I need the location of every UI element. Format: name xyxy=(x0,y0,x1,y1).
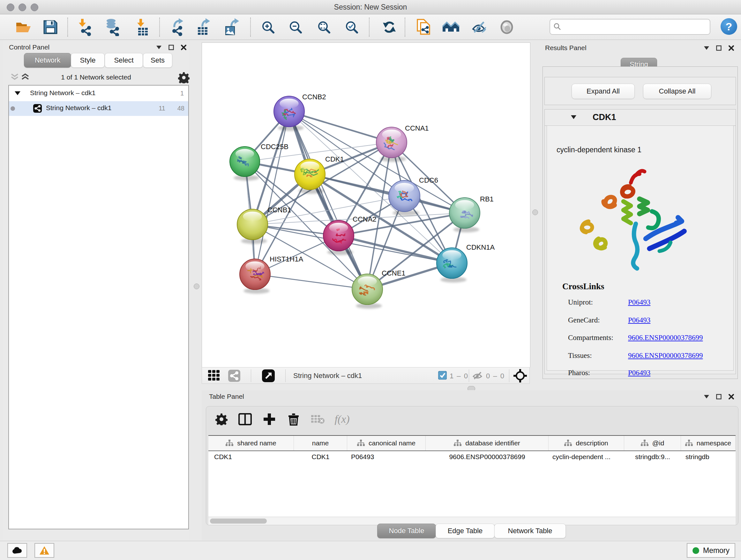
network-label: String Network – cdk1 xyxy=(46,104,111,112)
tab-sets[interactable]: Sets xyxy=(143,53,172,68)
scrollbar-thumb[interactable] xyxy=(210,518,267,523)
table-options-gear-icon[interactable] xyxy=(214,412,228,426)
column-header[interactable]: description xyxy=(549,436,624,450)
cloud-icon xyxy=(12,547,23,554)
show-lens-icon[interactable] xyxy=(498,18,516,36)
column-header[interactable]: name xyxy=(294,436,347,450)
tab-style[interactable]: Style xyxy=(71,53,105,68)
cell-description[interactable]: cyclin-dependent ... xyxy=(549,451,624,462)
zoom-selected-icon[interactable] xyxy=(343,18,360,36)
crosslink-link[interactable]: P06493 xyxy=(628,369,650,377)
crosslink-link[interactable]: P06493 xyxy=(628,298,650,307)
cell-shared-name[interactable]: CDK1 xyxy=(208,451,294,462)
network-node-CCNB1[interactable]: CCNB1 xyxy=(237,206,291,244)
panel-close-icon[interactable] xyxy=(729,45,734,51)
cell-namespace[interactable]: stringdb xyxy=(681,451,736,462)
panel-close-icon[interactable] xyxy=(729,394,734,399)
warning-button[interactable] xyxy=(35,543,54,558)
panel-maximize-icon[interactable] xyxy=(169,45,174,50)
export-image-icon[interactable] xyxy=(222,18,240,36)
network-graph[interactable]: CCNB2CCNA1CDC25BCDK1CDC6RB1CCNB1CCNA2CDK… xyxy=(202,43,530,368)
cell-name[interactable]: CDK1 xyxy=(294,451,347,462)
crosslink-label: Compartments: xyxy=(568,334,613,342)
column-header[interactable]: @id xyxy=(624,436,681,450)
table-row[interactable]: CDK1 CDK1 P06493 9606.ENSP00000378699 cy… xyxy=(208,451,736,462)
network-node-CDC25B[interactable]: CDC25B xyxy=(230,143,288,181)
memory-button[interactable]: Memory xyxy=(687,543,735,558)
homes-icon[interactable] xyxy=(442,18,460,36)
selected-checkbox-icon[interactable] xyxy=(438,371,447,381)
cell-database-identifier[interactable]: 9606.ENSP00000378699 xyxy=(426,451,549,462)
add-column-icon[interactable] xyxy=(262,412,276,426)
search-input[interactable] xyxy=(549,19,711,35)
open-session-icon[interactable] xyxy=(14,18,32,36)
panel-float-icon[interactable] xyxy=(704,395,709,398)
delete-column-trash-icon[interactable] xyxy=(286,412,300,426)
help-button[interactable]: ? xyxy=(721,18,737,35)
export-table-icon[interactable] xyxy=(194,18,212,36)
crosslink-link[interactable]: P06493 xyxy=(628,316,650,324)
collection-expander-icon[interactable] xyxy=(15,91,20,95)
network-collection-row[interactable]: String Network – cdk1 1 xyxy=(9,86,188,101)
network-tree: String Network – cdk1 1 String Network –… xyxy=(8,85,189,530)
crosslink-link[interactable]: 9606.ENSP00000378699 xyxy=(628,334,703,342)
panel-close-icon[interactable] xyxy=(181,45,186,50)
import-network-file-icon[interactable] xyxy=(76,18,94,36)
tab-node-table[interactable]: Node Table xyxy=(377,523,436,538)
import-network-database-icon[interactable] xyxy=(104,18,121,36)
gene-expander-icon[interactable] xyxy=(571,115,576,119)
zoom-out-icon[interactable] xyxy=(286,18,305,36)
share-document-icon[interactable] xyxy=(415,18,433,36)
tab-network-table[interactable]: Network Table xyxy=(494,523,566,538)
hidden-node-edge-counts: 0 – 0 xyxy=(486,372,505,380)
network-row-selected[interactable]: String Network – cdk1 11 48 xyxy=(9,101,188,116)
network-canvas[interactable]: CCNB2CCNA1CDC25BCDK1CDC6RB1CCNB1CCNA2CDK… xyxy=(202,43,530,368)
control-panel: Control Panel Network Style Select Sets … xyxy=(3,40,189,540)
panel-maximize-icon[interactable] xyxy=(716,394,722,399)
show-columns-icon[interactable] xyxy=(238,412,252,426)
crosslinks-title: CrossLinks xyxy=(562,282,604,292)
cell-id[interactable]: stringdb:9... xyxy=(624,451,681,462)
column-header[interactable]: shared name xyxy=(208,436,294,450)
network-node-RB1[interactable]: RB1 xyxy=(449,195,494,233)
network-options-gear-icon[interactable] xyxy=(178,72,190,83)
collapse-all-button[interactable]: Collapse All xyxy=(643,84,711,99)
hide-selection-eye-icon[interactable] xyxy=(470,18,488,36)
tab-edge-table[interactable]: Edge Table xyxy=(435,523,495,538)
network-share-view-icon[interactable] xyxy=(228,370,240,383)
grid-view-icon[interactable] xyxy=(208,370,222,382)
network-node-CDKN1A[interactable]: CDKN1A xyxy=(436,243,495,283)
panel-maximize-icon[interactable] xyxy=(716,45,722,51)
node-label-CCNE1: CCNE1 xyxy=(382,269,406,277)
cell-canonical-name[interactable]: P06493 xyxy=(347,451,426,462)
column-header[interactable]: namespace xyxy=(681,436,736,450)
right-splitter-handle[interactable] xyxy=(532,209,538,215)
gene-section-header[interactable]: CDK1 xyxy=(545,110,736,126)
expand-all-button[interactable]: Expand All xyxy=(571,84,635,99)
network-node-CCNB2[interactable]: CCNB2 xyxy=(274,93,326,131)
save-session-icon[interactable] xyxy=(42,18,59,36)
network-list-statusbar: 1 of 1 Network selected xyxy=(6,71,186,84)
tab-select[interactable]: Select xyxy=(105,53,143,68)
column-header[interactable]: canonical name xyxy=(347,436,426,450)
left-splitter-handle[interactable] xyxy=(194,284,199,289)
gene-symbol: CDK1 xyxy=(593,112,616,122)
panel-float-icon[interactable] xyxy=(156,46,161,49)
import-table-file-icon[interactable] xyxy=(133,18,151,36)
column-header[interactable]: database identifier xyxy=(426,436,549,450)
zoom-in-icon[interactable] xyxy=(259,18,277,36)
export-network-icon[interactable] xyxy=(168,18,186,36)
panel-float-icon[interactable] xyxy=(704,46,709,50)
refresh-icon[interactable] xyxy=(381,18,398,36)
cloud-status-button[interactable] xyxy=(7,543,27,558)
zoom-fit-icon[interactable] xyxy=(315,18,333,36)
network-node-count: 11 xyxy=(158,105,165,112)
network-node-HIST1H1A[interactable]: HIST1H1A xyxy=(240,255,303,294)
open-in-window-icon[interactable] xyxy=(262,369,275,383)
node-label-CDC25B: CDC25B xyxy=(261,143,288,151)
fit-content-crosshair-icon[interactable] xyxy=(514,369,527,384)
tab-network[interactable]: Network xyxy=(24,53,71,68)
gene-description: cyclin-dependent kinase 1 xyxy=(556,145,642,154)
node-table: shared name name canonical name database… xyxy=(208,435,736,516)
crosslink-link[interactable]: 9606.ENSP00000378699 xyxy=(628,352,703,360)
